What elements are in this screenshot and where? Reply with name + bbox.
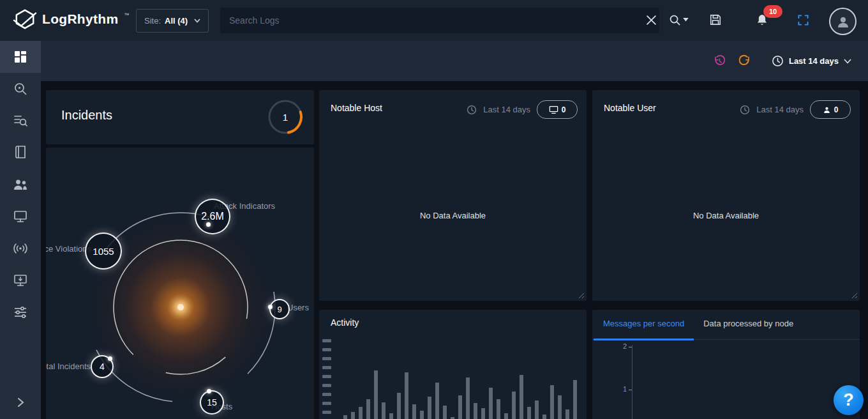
activity-bar bbox=[558, 395, 562, 419]
logrhythm-dashboard: LogRhythm ™ Site: All (4) bbox=[0, 0, 868, 419]
notification-count-badge: 10 bbox=[763, 5, 782, 18]
activity-mark bbox=[322, 348, 331, 351]
node-attack-indicators-value: 2.6M bbox=[201, 211, 224, 222]
notable-host-count-pill[interactable]: 0 bbox=[537, 100, 578, 119]
logrhythm-logo-icon bbox=[13, 8, 37, 30]
activity-bar bbox=[366, 399, 370, 419]
activity-bar bbox=[351, 412, 355, 419]
incidents-panel-header: Incidents 1 bbox=[46, 90, 314, 144]
save-search-icon[interactable] bbox=[709, 13, 722, 26]
activity-mark bbox=[322, 393, 331, 396]
resize-handle-icon[interactable] bbox=[851, 292, 858, 299]
tab-messages-per-second[interactable]: Messages per second bbox=[594, 310, 694, 340]
time-range-selector[interactable]: Last 14 days bbox=[772, 55, 851, 67]
person-icon bbox=[835, 14, 851, 29]
history-icon[interactable] bbox=[713, 54, 726, 68]
top-bar: LogRhythm ™ Site: All (4) bbox=[0, 0, 868, 41]
clock-icon bbox=[467, 105, 477, 115]
activity-bar bbox=[428, 397, 431, 419]
chevron-down-icon bbox=[844, 59, 851, 64]
notable-user-empty-text: No Data Available bbox=[592, 211, 860, 220]
activity-bar bbox=[542, 415, 546, 419]
notable-user-panel: Notable User Last 14 days 0 No Data Avai… bbox=[592, 90, 860, 301]
log-search-icon bbox=[13, 114, 27, 128]
logo-trademark: ™ bbox=[124, 12, 129, 18]
sidebar-item-reports[interactable] bbox=[0, 137, 41, 169]
tab-data-processed-by-node[interactable]: Data processed by node bbox=[694, 310, 803, 339]
notable-host-panel: Notable Host Last 14 days 0 No Data Avai… bbox=[319, 90, 587, 301]
activity-bar bbox=[573, 380, 577, 419]
node-compliance-violations[interactable]: 1055 bbox=[85, 232, 122, 270]
notable-host-count: 0 bbox=[562, 105, 566, 114]
node-attack-indicators[interactable]: 2.6M bbox=[195, 199, 230, 234]
notable-user-time-range: Last 14 days bbox=[756, 105, 804, 114]
sidebar-item-administration[interactable] bbox=[0, 296, 41, 328]
refresh-icon[interactable] bbox=[738, 54, 751, 68]
help-button[interactable]: ? bbox=[834, 385, 864, 415]
activity-panel: Activity bbox=[319, 310, 587, 419]
activity-mark bbox=[322, 366, 331, 369]
activity-bar bbox=[504, 413, 508, 419]
fullscreen-icon[interactable] bbox=[797, 14, 809, 26]
notable-host-time-range: Last 14 days bbox=[483, 105, 530, 114]
sidebar-item-case-search[interactable] bbox=[0, 73, 41, 105]
node-users-value: 9 bbox=[277, 305, 281, 314]
messages-panel: Messages per second Data processed by no… bbox=[592, 310, 860, 419]
activity-bar bbox=[443, 406, 447, 419]
sidebar-expand-button[interactable] bbox=[0, 390, 41, 415]
incidents-gauge[interactable]: 1 bbox=[267, 98, 304, 135]
site-selector-value: All (4) bbox=[165, 16, 188, 26]
sidebar-item-people[interactable] bbox=[0, 169, 41, 201]
chevron-right-icon bbox=[15, 397, 26, 408]
activity-bar bbox=[405, 372, 408, 419]
clear-search-icon[interactable] bbox=[646, 15, 657, 26]
monitor-icon bbox=[549, 105, 558, 114]
node-users[interactable]: 9 bbox=[269, 299, 290, 319]
connector-dot bbox=[206, 222, 211, 227]
logo[interactable]: LogRhythm ™ bbox=[13, 8, 129, 30]
activity-left-marks bbox=[322, 339, 331, 419]
notable-user-count: 0 bbox=[834, 105, 839, 114]
sidebar-item-hosts[interactable] bbox=[0, 201, 41, 232]
activity-mark bbox=[322, 357, 331, 360]
user-avatar[interactable] bbox=[829, 8, 857, 35]
notable-user-count-pill[interactable]: 0 bbox=[810, 100, 851, 119]
activity-bar bbox=[397, 393, 401, 419]
activity-bar bbox=[359, 407, 363, 419]
activity-mark bbox=[322, 375, 331, 378]
activity-bar bbox=[527, 407, 531, 419]
node-hosts[interactable]: 15 bbox=[200, 390, 224, 415]
resize-handle-icon[interactable] bbox=[578, 292, 585, 299]
node-label-users: Users bbox=[287, 303, 309, 312]
sidebar-item-log-search[interactable] bbox=[0, 105, 41, 137]
activity-bar bbox=[382, 402, 385, 419]
activity-bar bbox=[474, 403, 477, 419]
activity-bar bbox=[550, 385, 554, 419]
incidents-title: Incidents bbox=[61, 108, 112, 123]
search-options-chevron-icon[interactable] bbox=[683, 18, 689, 22]
activity-bar bbox=[497, 399, 500, 419]
users-icon bbox=[13, 178, 28, 191]
clock-icon bbox=[740, 105, 750, 115]
incidents-radial-panel: Attack Indicators Compliance Violations … bbox=[46, 148, 314, 419]
search-icon[interactable] bbox=[669, 14, 681, 26]
activity-bars bbox=[343, 339, 581, 419]
search-logs-input[interactable] bbox=[220, 8, 659, 33]
connector-dot bbox=[108, 356, 112, 361]
activity-bar bbox=[489, 388, 493, 419]
notable-host-title: Notable Host bbox=[331, 103, 382, 113]
node-hosts-value: 15 bbox=[207, 397, 217, 408]
chevron-down-icon bbox=[194, 19, 200, 23]
sidebar-item-dashboards[interactable] bbox=[0, 41, 41, 73]
y-tick-mark bbox=[629, 347, 632, 347]
help-label: ? bbox=[843, 390, 854, 410]
sidebar-item-alarms[interactable] bbox=[0, 232, 41, 264]
activity-bar bbox=[374, 370, 378, 419]
activity-bar bbox=[389, 413, 393, 419]
messages-tabs: Messages per second Data processed by no… bbox=[592, 310, 860, 340]
incident-center-dot bbox=[177, 304, 184, 310]
site-selector[interactable]: Site: All (4) bbox=[136, 9, 209, 33]
activity-bar bbox=[420, 411, 424, 419]
node-total-incidents-value: 4 bbox=[100, 362, 105, 372]
sidebar-item-deployment-monitor[interactable] bbox=[0, 264, 41, 296]
